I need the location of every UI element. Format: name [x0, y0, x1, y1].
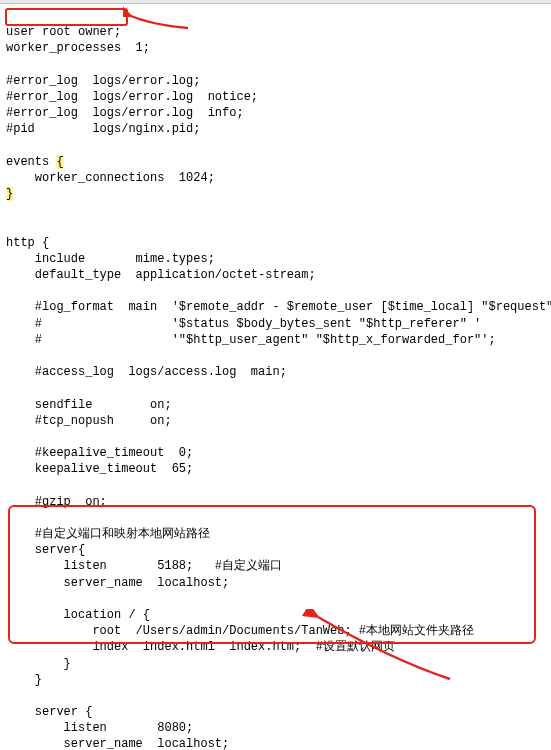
code-line: worker_processes 1; — [6, 41, 150, 55]
code-line: #error_log logs/error.log notice; — [6, 90, 258, 104]
code-line: #keepalive_timeout 0; — [6, 446, 193, 460]
code-line: location / { — [6, 608, 150, 622]
code-line: default_type application/octet-stream; — [6, 268, 316, 282]
code-line: include mime.types; — [6, 252, 215, 266]
code-line: } — [6, 187, 13, 201]
code-line: #自定义端口和映射本地网站路径 — [6, 527, 210, 541]
code-block: user root owner; worker_processes 1; #er… — [6, 24, 545, 750]
code-line: server{ — [6, 543, 85, 557]
code-line: #pid logs/nginx.pid; — [6, 122, 200, 136]
code-line: #error_log logs/error.log info; — [6, 106, 244, 120]
code-line: #log_format main '$remote_addr - $remote… — [6, 300, 551, 314]
brace-highlight: } — [6, 187, 13, 201]
code-line: # '$status $body_bytes_sent "$http_refer… — [6, 317, 481, 331]
code-line: # '"$http_user_agent" "$http_x_forwarded… — [6, 333, 496, 347]
code-line: } — [6, 657, 71, 671]
code-line: listen 8080; — [6, 721, 193, 735]
code-line: } — [6, 673, 42, 687]
code-line: listen 5188; #自定义端口 — [6, 559, 282, 573]
code-line: #gzip on; — [6, 495, 107, 509]
code-line: server { — [6, 705, 92, 719]
code-line: root /Users/admin/Documents/TanWeb; #本地网… — [6, 624, 474, 638]
code-line: server_name localhost; — [6, 737, 229, 750]
code-line: sendfile on; — [6, 398, 172, 412]
code-line: #error_log logs/error.log; — [6, 74, 200, 88]
code-line: #tcp_nopush on; — [6, 414, 172, 428]
code-line: keepalive_timeout 65; — [6, 462, 193, 476]
code-line: http { — [6, 236, 49, 250]
code-line: index index.html index.htm; #设置默认网页 — [6, 640, 395, 654]
code-line: worker_connections 1024; — [6, 171, 215, 185]
code-editor[interactable]: user root owner; worker_processes 1; #er… — [0, 4, 551, 750]
code-line: server_name localhost; — [6, 576, 229, 590]
code-line: #access_log logs/access.log main; — [6, 365, 287, 379]
code-line: user root owner; — [6, 25, 121, 39]
brace-highlight: { — [56, 155, 63, 169]
code-line: events { — [6, 155, 64, 169]
